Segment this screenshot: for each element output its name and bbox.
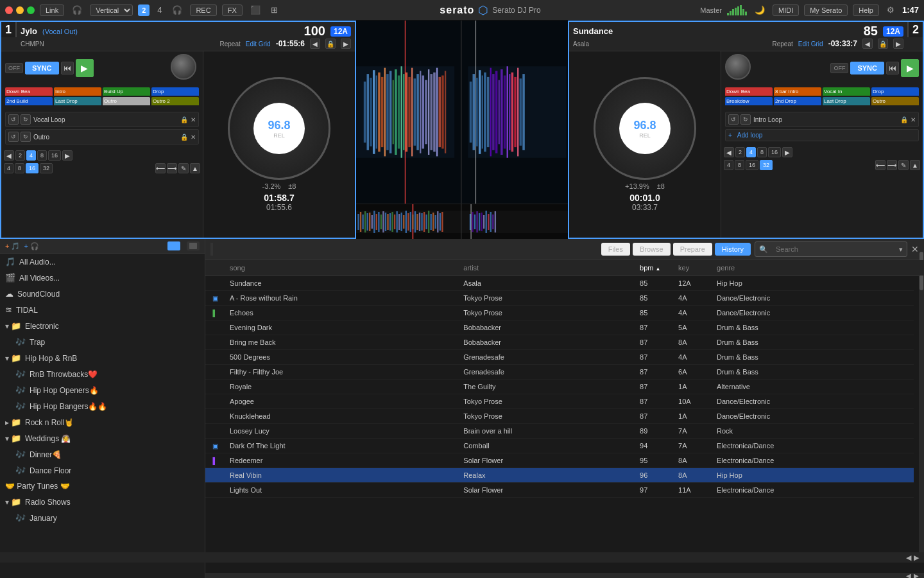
table-row[interactable]: Lights OutSolar Flower9711AElectronica/D… xyxy=(205,483,924,498)
deck2-play-btn[interactable]: ▶ xyxy=(901,59,919,77)
rec-button[interactable]: REC xyxy=(190,4,216,16)
table-row[interactable]: Evening DarkBobabacker875ADrum & Bass xyxy=(205,320,924,335)
close-btn[interactable] xyxy=(5,6,13,14)
sidebar-item-party-tunes[interactable]: 🤝 Party Tunes 🤝 xyxy=(0,478,205,494)
deck2-cue-4[interactable]: Drop xyxy=(871,87,919,96)
deck2-beat-next[interactable]: ▶ xyxy=(782,147,792,157)
view-album-btn[interactable] xyxy=(187,241,200,250)
sidebar-item-rnb[interactable]: 🎶 RnB Throwbacks❤️ xyxy=(0,366,205,382)
deck1-prev-arrow[interactable]: ◀ xyxy=(310,39,320,49)
deck2-edit-grid[interactable]: Edit Grid xyxy=(798,40,823,48)
table-row[interactable]: Bring me BackBobabacker878ADrum & Bass xyxy=(205,335,924,350)
sidebar-item-all-audio[interactable]: 🎵 All Audio... xyxy=(0,254,205,270)
deck2-next-arrow[interactable]: 🔒 xyxy=(878,39,888,49)
deck2-eject[interactable]: ▶ xyxy=(893,39,903,49)
deck1-cue-1[interactable]: Down Bea xyxy=(5,87,53,96)
deck2-beat-16[interactable]: 16 xyxy=(768,147,781,157)
deck2-beat-4[interactable]: 4 xyxy=(746,147,756,157)
deck2-loop-1[interactable]: ↺ ↻ Intro Loop 🔒 ✕ xyxy=(725,112,919,127)
library-scroll-left[interactable]: ◀ xyxy=(906,572,911,579)
table-row[interactable]: ▌RedeemerSolar Flower958AElectronica/Dan… xyxy=(205,453,924,468)
deck1-cue-8[interactable]: Outro 2 xyxy=(151,97,199,105)
settings-icon[interactable]: ⚙ xyxy=(884,4,897,16)
deck1-cue-4[interactable]: Drop xyxy=(151,87,199,96)
sidebar-item-trap[interactable]: 🎶 Trap xyxy=(0,334,205,350)
deck1-cue-5[interactable]: 2nd Build xyxy=(5,97,53,105)
deck1-loop-2-rewind[interactable]: ↺ xyxy=(8,132,19,142)
deck2-add-loop[interactable]: + Add loop xyxy=(725,129,919,141)
table-row[interactable]: ▣Dark Of The LightComball947AElectronica… xyxy=(205,439,924,453)
deck1-play-btn[interactable]: ▶ xyxy=(76,59,94,77)
col-artist[interactable]: artist xyxy=(458,260,635,276)
col-bpm[interactable]: bpm ▲ xyxy=(635,260,673,276)
deck1-loop-1[interactable]: ↺ ↻ Vocal Loop 🔒 ✕ xyxy=(5,112,199,127)
deck2-beat-b32[interactable]: 32 xyxy=(760,160,773,170)
deck2-beat-b16[interactable]: 16 xyxy=(746,160,758,170)
deck2-loop-1-close[interactable]: ✕ xyxy=(911,116,916,123)
sidebar-item-hiphop[interactable]: ▾ 📁 Hip Hop & RnB xyxy=(0,350,205,366)
deck2-beat-jump-next[interactable]: ⟶ xyxy=(887,160,897,170)
deck2-off-btn[interactable]: OFF xyxy=(830,63,848,73)
search-input[interactable] xyxy=(771,243,899,255)
library-scroll-right[interactable]: ▶ xyxy=(914,572,919,579)
deck1-beat-4[interactable]: 4 xyxy=(26,150,36,161)
deck2-beat-2[interactable]: 2 xyxy=(735,147,745,157)
add-folder-btn[interactable]: + 🎧 xyxy=(24,242,38,250)
deck1-platter[interactable]: 96.8 REL xyxy=(228,77,330,180)
deck2-waveform-toggle[interactable]: ▲ xyxy=(910,160,920,170)
deck1-beat-b32[interactable]: 32 xyxy=(40,163,53,173)
table-row[interactable]: Loosey LucyBrain over a hill897ARock xyxy=(205,424,924,439)
deck1-waveform-toggle[interactable]: ▲ xyxy=(190,163,200,173)
sidebar-item-dinner[interactable]: 🎶 Dinner🍕 xyxy=(0,446,205,462)
table-row[interactable]: Filthy - Filthy JoeGrenadesafe876ADrum &… xyxy=(205,365,924,380)
col-genre[interactable]: genre xyxy=(712,260,914,276)
deck2-prev-arrow[interactable]: ◀ xyxy=(862,39,873,49)
deck1-repeat[interactable]: Repeat xyxy=(219,40,240,48)
deck1-loop-2[interactable]: ↺ ↻ Outro 🔒 ✕ xyxy=(5,129,199,144)
sidebar-item-january[interactable]: 🎶 January xyxy=(0,510,205,526)
sidebar-item-hiphop-bangers[interactable]: 🎶 Hip Hop Bangers🔥🔥 xyxy=(0,398,205,414)
deck1-beat-jump-next[interactable]: ⟶ xyxy=(167,163,177,173)
table-row[interactable]: ▣A - Rose without RainTokyo Prose854ADan… xyxy=(205,291,924,306)
deck1-loop-1-sync[interactable]: ↻ xyxy=(21,114,31,125)
search-filter-icon[interactable]: ▾ xyxy=(899,245,903,254)
fx-button[interactable]: FX xyxy=(222,4,243,16)
sidebar-item-dance-floor[interactable]: 🎶 Dance Floor xyxy=(0,462,205,478)
deck2-cue-8[interactable]: Outro xyxy=(871,97,919,105)
sidebar-item-weddings[interactable]: ▾ 📁 Weddings 👰 xyxy=(0,430,205,446)
deck1-cue-2[interactable]: Intro xyxy=(54,87,101,96)
tab-history[interactable]: History xyxy=(715,243,751,256)
deck1-beat-b16[interactable]: 16 xyxy=(26,163,38,173)
tab-prepare[interactable]: Prepare xyxy=(673,243,712,256)
sidebar-item-rock[interactable]: ▸ 📁 Rock n Roll🤘 xyxy=(0,414,205,430)
deck2-cue-7[interactable]: Last Drop xyxy=(823,97,870,105)
deck1-eject[interactable]: ▶ xyxy=(341,39,351,49)
deck1-sync-btn[interactable]: SYNC xyxy=(25,62,59,74)
deck2-sync-btn[interactable]: SYNC xyxy=(850,62,884,74)
deck1-cue-6[interactable]: Last Drop xyxy=(54,97,101,105)
deck2-platter[interactable]: 96.8 REL xyxy=(594,77,696,180)
deck1-loop-2-sync[interactable]: ↻ xyxy=(21,132,31,142)
table-row[interactable]: SundanceAsala8512AHip Hop xyxy=(205,276,924,291)
minimize-btn[interactable] xyxy=(16,6,24,14)
search-clear-btn[interactable]: ✕ xyxy=(911,244,919,254)
deck2-beat-b4[interactable]: 4 xyxy=(724,160,733,170)
deck1-loop-2-close[interactable]: ✕ xyxy=(191,134,196,141)
sidebar-item-hiphop-openers[interactable]: 🎶 Hip Hop Openers🔥 xyxy=(0,382,205,398)
link-button[interactable]: Link xyxy=(40,4,64,16)
col-key[interactable]: key xyxy=(673,260,712,276)
deck1-prev-track[interactable]: ⏮ xyxy=(61,62,74,74)
deck1-beat-edit[interactable]: ✎ xyxy=(178,163,189,173)
deck1-edit-grid[interactable]: Edit Grid xyxy=(246,40,271,48)
my-serato-button[interactable]: My Serato xyxy=(804,4,848,16)
sidebar-item-electronic[interactable]: ▾ 📁 Electronic xyxy=(0,318,205,334)
deck1-beat-8[interactable]: 8 xyxy=(37,150,47,161)
table-row[interactable]: ApogeeTokyo Prose8710ADance/Electronic xyxy=(205,394,924,409)
sidebar-item-tidal[interactable]: ≋ TIDAL xyxy=(0,302,205,318)
help-button[interactable]: Help xyxy=(853,4,879,16)
deck1-cue-3[interactable]: Build Up xyxy=(103,87,150,96)
table-row[interactable]: Real VibinRealax968AHip Hop xyxy=(205,468,924,483)
deck2-cue-1[interactable]: Down Bea xyxy=(725,87,773,96)
deck2-cue-6[interactable]: 2nd Drop xyxy=(774,97,821,105)
deck2-cue-5[interactable]: Breakdow xyxy=(725,97,773,105)
